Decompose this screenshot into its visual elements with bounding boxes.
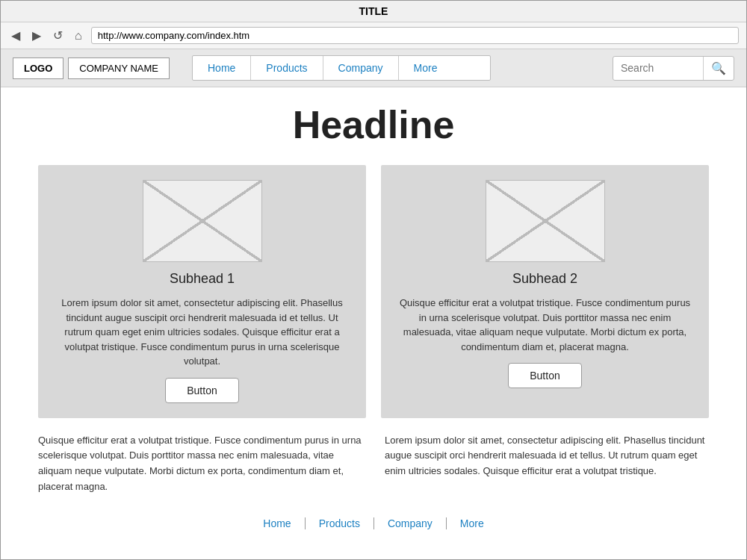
logo-box: LOGO [13,57,63,79]
card-1-text: Lorem ipsum dolor sit amet, consectetur … [53,296,351,369]
card-2: Subhead 2 Quisque efficitur erat a volut… [381,165,709,418]
page-title: TITLE [359,5,388,17]
cards-row: Subhead 1 Lorem ipsum dolor sit amet, co… [38,165,709,418]
company-name: COMPANY NAME [68,57,170,79]
search-button[interactable]: 🔍 [703,57,734,80]
bottom-text-1: Quisque efficitur erat a volutpat tristi… [38,433,362,495]
footer-nav-more[interactable]: More [447,517,498,529]
nav-item-more[interactable]: More [399,56,453,80]
bottom-text-2: Lorem ipsum dolor sit amet, consectetur … [385,433,709,495]
search-area: 🔍 [613,56,734,81]
browser-chrome: ◀ ▶ ↺ ⌂ [1,22,746,49]
main-nav: Home Products Company More [192,55,491,81]
footer-nav: Home Products Company More [38,510,709,532]
footer-nav-company[interactable]: Company [374,517,447,529]
forward-button[interactable]: ▶ [29,27,44,44]
card-2-subhead: Subhead 2 [512,271,577,287]
nav-item-products[interactable]: Products [251,56,323,80]
home-button[interactable]: ⌂ [72,28,85,44]
title-bar: TITLE [1,1,746,22]
nav-item-company[interactable]: Company [323,56,399,80]
footer-nav-home[interactable]: Home [249,517,305,529]
footer-nav-products[interactable]: Products [306,517,374,529]
card-1-button[interactable]: Button [165,378,238,403]
card-2-button[interactable]: Button [508,363,581,388]
bottom-text-row: Quisque efficitur erat a volutpat tristi… [38,433,709,495]
card-2-text: Quisque efficitur erat a volutpat tristi… [396,296,694,354]
address-bar[interactable] [91,27,739,44]
headline: Headline [38,102,709,147]
card-1-image [143,180,262,262]
card-2-image [486,180,605,262]
main-content: Headline Subhead 1 Lorem ipsum dolor sit… [1,87,746,547]
back-button[interactable]: ◀ [8,27,23,44]
refresh-button[interactable]: ↺ [50,27,66,44]
search-input[interactable] [613,57,703,78]
card-1-subhead: Subhead 1 [170,271,235,287]
site-header: LOGO COMPANY NAME Home Products Company … [1,49,746,87]
nav-item-home[interactable]: Home [193,56,251,80]
logo-area: LOGO COMPANY NAME [13,57,170,79]
card-1: Subhead 1 Lorem ipsum dolor sit amet, co… [38,165,366,418]
